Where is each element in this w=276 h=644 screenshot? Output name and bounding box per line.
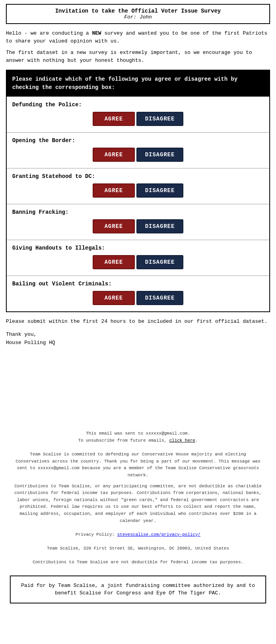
outro-paragraph-1: Please submit within the first 24 hours …: [6, 318, 270, 326]
survey-item-giving-handouts-illegals: Giving Handouts to Illegals: AGREE DISAG…: [7, 240, 269, 276]
header-box: Invitation to take the Official Voter Is…: [6, 4, 270, 24]
footer-deductible-note: Contributions to Team Scalise are not de…: [14, 559, 262, 566]
disagree-button-bailing-out-criminals[interactable]: DISAGREE: [136, 291, 183, 305]
header-title: Invitation to take the Official Voter Is…: [13, 8, 263, 14]
footer-address: Team Scalise, 320 First Street SE, Washi…: [14, 545, 262, 552]
survey-item-label: Giving Handouts to Illegals:: [12, 245, 264, 251]
survey-buttons: AGREE DISAGREE: [12, 291, 264, 305]
survey-item-label: Bailing out Violent Criminals:: [12, 281, 264, 287]
survey-buttons: AGREE DISAGREE: [12, 219, 264, 233]
survey-item-banning-fracking: Banning Fracking: AGREE DISAGREE: [7, 204, 269, 240]
survey-item-label: Banning Fracking:: [12, 209, 264, 215]
disagree-button-giving-handouts-illegals[interactable]: DISAGREE: [136, 255, 183, 269]
footer-legal-text: Contributions to Team Scalise, or any pa…: [14, 483, 262, 525]
intro-paragraph-2: The first dataset in a new survey is ext…: [6, 49, 270, 64]
survey-buttons: AGREE DISAGREE: [12, 255, 264, 269]
footer-section: This email was sent to xxxxxx@gmail.com.…: [6, 422, 270, 483]
survey-box: Please indicate which of the following y…: [6, 70, 270, 312]
disagree-button-opening-border[interactable]: DISAGREE: [136, 148, 183, 162]
agree-button-defunding-police[interactable]: AGREE: [93, 112, 135, 126]
survey-buttons: AGREE DISAGREE: [12, 183, 264, 198]
agree-button-opening-border[interactable]: AGREE: [93, 148, 135, 162]
survey-item-label: Granting Statehood to DC:: [12, 173, 264, 180]
intro-paragraph-1: Hello - we are conducting a NEW survey a…: [6, 30, 270, 45]
footer-paid-for: Paid for by Team Scalise, a joint fundra…: [10, 576, 266, 603]
footer-legal: Contributions to Team Scalise, or any pa…: [6, 483, 270, 570]
agree-button-giving-handouts-illegals[interactable]: AGREE: [93, 255, 135, 269]
outro-paragraph-2: Thank you, House Polling HQ: [6, 331, 270, 347]
header-subtitle: For: John: [13, 14, 263, 20]
disagree-button-banning-fracking[interactable]: DISAGREE: [136, 219, 183, 233]
agree-button-bailing-out-criminals[interactable]: AGREE: [93, 291, 135, 305]
survey-item-label: Opening the Border:: [12, 137, 264, 144]
privacy-policy-link[interactable]: stevescalise.com/privacy-policy/: [117, 532, 200, 537]
survey-buttons: AGREE DISAGREE: [12, 112, 264, 126]
footer-team-statement: Team Scalise is committed to defending o…: [14, 451, 262, 479]
disagree-button-granting-statehood-dc[interactable]: DISAGREE: [136, 183, 183, 198]
footer-email-line: This email was sent to xxxxxx@gmail.com.…: [14, 430, 262, 444]
survey-item-bailing-out-criminals: Bailing out Violent Criminals: AGREE DIS…: [7, 276, 269, 311]
survey-item-defunding-police: Defunding the Police: AGREE DISAGREE: [7, 96, 269, 132]
survey-header: Please indicate which of the following y…: [7, 70, 269, 96]
agree-button-banning-fracking[interactable]: AGREE: [93, 219, 135, 233]
survey-item-opening-border: Opening the Border: AGREE DISAGREE: [7, 132, 269, 168]
survey-item-granting-statehood-dc: Granting Statehood to DC: AGREE DISAGREE: [7, 168, 269, 204]
footer-privacy: Privacy Policy: stevescalise.com/privacy…: [14, 531, 262, 539]
agree-button-granting-statehood-dc[interactable]: AGREE: [93, 183, 135, 198]
unsubscribe-link[interactable]: click here: [169, 438, 195, 443]
spacer: [6, 352, 270, 422]
survey-buttons: AGREE DISAGREE: [12, 148, 264, 162]
survey-item-label: Defunding the Police:: [12, 102, 264, 108]
disagree-button-defunding-police[interactable]: DISAGREE: [136, 112, 183, 126]
